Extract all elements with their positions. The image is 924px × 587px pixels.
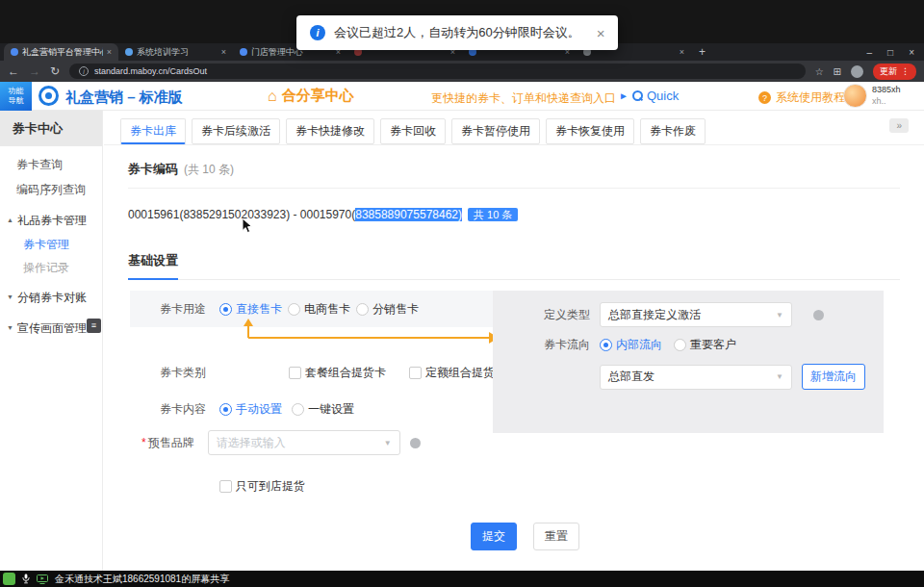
card-flow-label: 券卡流向 [544,337,590,353]
select-value: 总部直接定义激活 [608,307,701,323]
microphone-icon[interactable] [22,574,30,584]
favicon [125,48,133,56]
help-icon[interactable] [410,438,421,448]
chevron-down-icon: ▼ [776,372,783,381]
tab-close-icon[interactable]: × [221,47,226,57]
add-flow-button[interactable]: 新增流向 [802,364,865,390]
required-mark: * [141,436,146,449]
tab-card-later-activate[interactable]: 券卡后续激活 [192,118,280,144]
radio-ecommerce-sale[interactable]: 电商售卡 [288,301,350,318]
address-bar[interactable]: i standard.maboy.cn/CardsOut [69,64,806,79]
card-codes-section-title: 券卡编码(共 10 条) [128,145,900,189]
share-center-link[interactable]: ⌂ 合分享中心 [268,87,354,105]
browser-tab-training[interactable]: 系统培训学习 × [118,43,233,61]
radio-on-icon [219,403,232,416]
radio-on-icon [219,303,232,316]
sidebar-collapse-button[interactable]: ≡ [87,319,101,333]
form-actions: 提交 重置 [471,523,579,550]
checkbox-icon [219,480,232,493]
tab-close-icon[interactable]: × [107,47,112,57]
checkbox-package-combo-card[interactable]: 套餐组合提货卡 [289,365,386,381]
app-header: 功能 导航 礼盒营销 – 标准版 ⌂ 合分享中心 更快捷的券卡、订单和快递查询入… [0,82,924,111]
menu-dots-icon: ⋮ [901,66,910,76]
card-flow-row: 券卡流向 内部流向 重要客户 [544,337,736,353]
window-controls: – □ × [867,43,914,61]
reload-icon[interactable]: ↻ [50,65,60,77]
function-nav-toggle[interactable]: 功能 导航 [0,82,32,111]
browser-update-button[interactable]: 更新 ⋮ [873,64,916,80]
new-tab-button[interactable]: + [699,45,706,59]
submit-button[interactable]: 提交 [471,523,517,550]
sidebar-item-operation-record[interactable]: 操作记录 [0,256,102,279]
radio-one-click-setup[interactable]: 一键设置 [292,401,354,418]
browser-tab-gift-platform[interactable]: 礼盒营销平台管理中心 × [4,43,118,61]
tab-card-quick-edit[interactable]: 券卡快捷修改 [286,118,374,144]
tab-card-suspend[interactable]: 券卡暂停使用 [451,118,540,144]
window-maximize-button[interactable]: □ [887,47,893,58]
radio-label: 分销售卡 [372,301,419,318]
tab-card-resume[interactable]: 券卡恢复使用 [546,118,634,144]
sidebar-item-card-management[interactable]: 券卡管理 [0,233,102,256]
radio-manual-setup[interactable]: 手动设置 [219,401,282,418]
radio-internal-flow[interactable]: 内部流向 [600,337,662,353]
sidebar-group-gift-card-management[interactable]: ▲ 礼品券卡管理 [0,208,102,233]
panel-expand-button[interactable]: » [889,118,909,133]
sidebar-item-card-query[interactable]: 券卡查询 [0,152,102,177]
bookmark-star-icon[interactable]: ☆ [815,66,824,77]
favicon [11,48,18,56]
window-minimize-button[interactable]: – [867,47,873,58]
toast-close-icon[interactable]: × [597,25,605,41]
sidebar-group-distribution-reconcile[interactable]: ▼ 分销券卡对账 [0,285,102,310]
site-info-icon[interactable]: i [79,66,89,76]
sidebar-item-code-sequence-query[interactable]: 编码序列查询 [0,177,102,202]
meeting-toast: i 会议已超过2人，自动转为60分钟限时会议。 × [296,15,618,50]
caret-down-icon: ▼ [7,316,13,341]
back-icon[interactable]: ← [8,65,19,77]
caret-up-icon: ▲ [7,208,13,233]
extensions-icon[interactable]: ⊞ [834,66,841,77]
nav-toggle-line2: 导航 [9,96,24,106]
radio-important-customer[interactable]: 重要客户 [674,337,736,353]
activation-settings-panel: 定义类型 总部直接定义激活 ▼ 券卡流向 内部流向 [493,291,884,433]
radio-distribution-sale[interactable]: 分销售卡 [356,301,419,318]
radio-off-icon [292,403,304,416]
tutorial-label: 系统使用教程 [776,89,845,106]
flow-target-row: 总部直发 ▼ 新增流向 [600,364,865,390]
screen-share-bar: 金禾通技术王斌18662591081的屏幕共享 [0,571,924,587]
radio-off-icon [288,303,300,316]
radio-label: 内部流向 [616,337,662,353]
checkbox-fixed-amount-combo-card[interactable]: 定额组合提货卡 [409,365,506,381]
toolbar-icons: ☆ ⊞ 更新 ⋮ [815,64,916,80]
checkbox-store-pickup-only[interactable]: 只可到店提货 [219,478,305,495]
help-icon[interactable] [813,310,824,320]
window-close-button[interactable]: × [909,47,914,58]
sidebar-group-label: 礼品券卡管理 [17,208,87,233]
forward-icon[interactable]: → [29,65,40,77]
tab-card-recycle[interactable]: 券卡回收 [380,118,446,144]
define-type-label: 定义类型 [544,307,590,323]
sidebar-group-label: 宣传画面管理 [17,316,87,341]
browser-profile-avatar[interactable] [851,65,863,78]
quick-search-button[interactable]: Quick [632,89,679,103]
reset-button[interactable]: 重置 [533,523,579,550]
brand-logo-icon [38,86,59,106]
radio-label: 直接售卡 [236,301,282,318]
screen-share-text: 金禾通技术王斌18662591081的屏幕共享 [55,573,229,586]
define-type-select[interactable]: 总部直接定义激活 ▼ [600,302,792,327]
section-count: (共 10 条) [184,163,234,176]
chevron-down-icon: ▼ [384,439,392,447]
user-subname: xh.. [872,96,901,107]
flow-target-select[interactable]: 总部直发 ▼ [600,365,792,390]
card-content-row: 券卡内容 手动设置 一键设置 [130,396,354,421]
store-pickup-row: 只可到店提货 [130,473,305,498]
radio-direct-sale[interactable]: 直接售卡 [219,301,282,318]
user-chip[interactable]: 8385xh xh.. [843,84,901,108]
system-tutorial-link[interactable]: ? 系统使用教程 [758,89,845,106]
tab-close-icon[interactable]: × [680,47,684,57]
main-content: 券卡出库 券卡后续激活 券卡快捷修改 券卡回收 券卡暂停使用 券卡恢复使用 券卡… [104,111,924,571]
tab-card-void[interactable]: 券卡作废 [640,118,706,144]
tab-card-outbound[interactable]: 券卡出库 [120,118,186,144]
function-tabs: 券卡出库 券卡后续激活 券卡快捷修改 券卡回收 券卡暂停使用 券卡恢复使用 券卡… [104,111,924,145]
presale-brand-select[interactable]: 请选择或输入 ▼ [208,430,400,455]
screen-share-icon[interactable] [37,574,48,584]
